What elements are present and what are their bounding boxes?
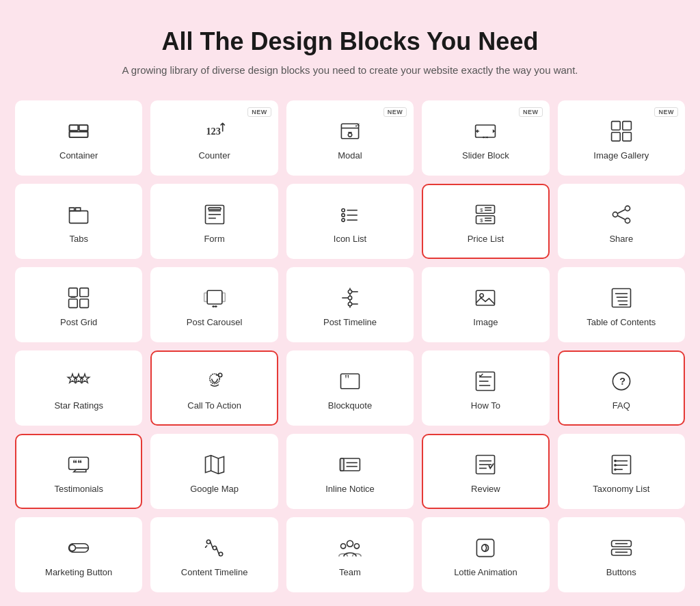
svg-rect-90 (340, 458, 344, 471)
counter-label: Counter (198, 150, 230, 161)
card-icon-list[interactable]: Icon List (286, 184, 414, 259)
svg-rect-0 (70, 125, 88, 137)
card-slider-block[interactable]: NEW Slider Block (422, 100, 549, 176)
price-list-icon: $ $ (473, 202, 498, 227)
svg-point-28 (342, 213, 345, 217)
slider-block-icon (473, 119, 498, 143)
card-marketing-button[interactable]: Marketing Button (15, 517, 142, 592)
svg-text:": " (345, 372, 349, 386)
card-inline-notice[interactable]: Inline Notice (286, 434, 414, 509)
inline-notice-icon (338, 452, 362, 477)
card-post-timeline[interactable]: Post Timeline (286, 267, 414, 342)
card-review[interactable]: Review (422, 434, 549, 509)
post-grid-icon (66, 286, 91, 310)
card-tabs[interactable]: Tabs (15, 184, 142, 259)
svg-rect-19 (611, 132, 620, 141)
svg-point-42 (612, 212, 617, 217)
svg-text:123: 123 (206, 126, 221, 137)
card-taxonomy-list[interactable]: Taxonomy List (558, 434, 685, 509)
slider-block-label: Slider Block (462, 150, 509, 161)
svg-point-109 (213, 546, 216, 549)
card-image[interactable]: Image (422, 267, 549, 342)
svg-point-101 (614, 459, 617, 462)
card-form[interactable]: Form (150, 184, 278, 259)
card-faq[interactable]: ? FAQ (558, 350, 685, 426)
how-to-icon (473, 369, 498, 394)
svg-point-108 (206, 540, 210, 543)
lottie-animation-icon (473, 536, 498, 560)
form-icon (202, 202, 227, 227)
svg-rect-20 (623, 132, 632, 141)
card-star-ratings[interactable]: Star Ratings (15, 350, 142, 426)
svg-point-14 (483, 136, 485, 138)
card-how-to[interactable]: How To (422, 350, 549, 426)
card-call-to-action[interactable]: Call To Action (150, 350, 278, 426)
svg-line-45 (617, 215, 625, 219)
svg-text:❝❝: ❝❝ (72, 458, 82, 467)
svg-point-59 (348, 296, 351, 299)
svg-rect-64 (476, 290, 495, 305)
card-container[interactable]: Container (15, 100, 142, 176)
container-icon (66, 119, 91, 143)
svg-line-44 (617, 209, 625, 212)
svg-rect-77 (340, 374, 359, 389)
team-icon (338, 536, 362, 560)
svg-point-55 (212, 305, 214, 307)
card-share[interactable]: Share (558, 184, 685, 259)
buttons-label: Buttons (606, 567, 636, 577)
svg-rect-49 (80, 299, 89, 307)
card-table-of-contents[interactable]: Table of Contents (558, 267, 685, 342)
taxonomy-list-label: Taxonomy List (593, 484, 649, 494)
post-grid-label: Post Grid (60, 317, 97, 327)
content-timeline-icon (202, 536, 227, 560)
svg-rect-48 (69, 299, 78, 307)
card-blockquote[interactable]: " Blockquote (286, 350, 414, 426)
svg-line-112 (216, 548, 219, 554)
card-post-grid[interactable]: Post Grid (15, 267, 142, 342)
page-title: All The Design Blocks You Need (14, 27, 686, 56)
card-content-timeline[interactable]: Content Timeline (150, 517, 278, 592)
google-map-label: Google Map (190, 484, 239, 494)
share-label: Share (609, 234, 633, 244)
svg-rect-46 (69, 288, 78, 297)
card-price-list[interactable]: $ $ Price List (422, 184, 549, 259)
svg-point-27 (342, 208, 345, 212)
svg-rect-34 (476, 215, 495, 223)
taxonomy-list-icon (609, 452, 634, 477)
svg-line-111 (210, 542, 213, 548)
marketing-button-icon (66, 536, 91, 560)
image-label: Image (473, 317, 498, 327)
faq-icon: ? (609, 369, 634, 394)
card-team[interactable]: Team (286, 517, 414, 592)
post-timeline-icon (338, 286, 362, 310)
post-carousel-icon (202, 286, 227, 310)
image-icon (473, 286, 498, 310)
card-lottie-animation[interactable]: Lottie Animation (422, 517, 549, 592)
card-post-carousel[interactable]: Post Carousel (150, 267, 278, 342)
testimonials-label: Testimonials (54, 484, 103, 494)
card-counter[interactable]: NEW 123 Counter (150, 100, 278, 176)
card-google-map[interactable]: Google Map (150, 434, 278, 509)
card-image-gallery[interactable]: NEW Image Gallery (558, 100, 685, 176)
svg-rect-53 (221, 292, 225, 301)
call-to-action-icon (202, 369, 227, 394)
team-label: Team (339, 567, 361, 577)
svg-rect-116 (477, 539, 494, 556)
svg-rect-2 (79, 125, 88, 130)
svg-text:$: $ (480, 206, 483, 212)
card-modal[interactable]: NEW ✕ Modal (286, 100, 414, 176)
svg-text:$: $ (480, 217, 483, 223)
svg-point-107 (70, 545, 76, 551)
card-testimonials[interactable]: ❝❝ Testimonials (15, 434, 142, 509)
icon-list-label: Icon List (334, 234, 366, 244)
svg-point-102 (614, 464, 617, 467)
marketing-button-label: Marketing Button (45, 567, 112, 577)
post-timeline-label: Post Timeline (323, 317, 377, 327)
price-list-label: Price List (468, 234, 504, 244)
table-of-contents-icon (609, 286, 634, 310)
card-buttons[interactable]: Buttons (558, 517, 685, 592)
svg-point-103 (614, 468, 617, 471)
image-gallery-label: Image Gallery (593, 150, 649, 161)
svg-rect-21 (70, 210, 88, 223)
call-to-action-label: Call To Action (187, 400, 241, 411)
